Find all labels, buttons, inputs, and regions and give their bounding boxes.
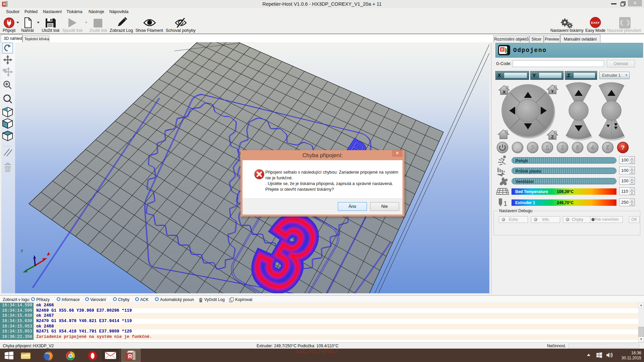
svg-text:X: X (503, 89, 506, 95)
svg-text:2: 2 (561, 144, 564, 151)
svg-text:ENTERTAINMENT: ENTERTAINMENT (295, 354, 339, 357)
svg-text:Y: Y (551, 89, 554, 94)
svg-text:1: 1 (503, 200, 507, 207)
svg-text:P: P (531, 144, 534, 151)
svg-text:4: 4 (591, 144, 594, 151)
svg-text:Z: Z (551, 134, 554, 139)
svg-text:1: 1 (546, 144, 549, 151)
svg-text:5: 5 (606, 144, 609, 151)
svg-text:y: y (21, 248, 23, 252)
svg-text:?: ? (621, 144, 625, 151)
svg-text:EASY: EASY (591, 21, 600, 24)
svg-text:3: 3 (576, 144, 579, 151)
svg-text:R: R (128, 353, 132, 360)
